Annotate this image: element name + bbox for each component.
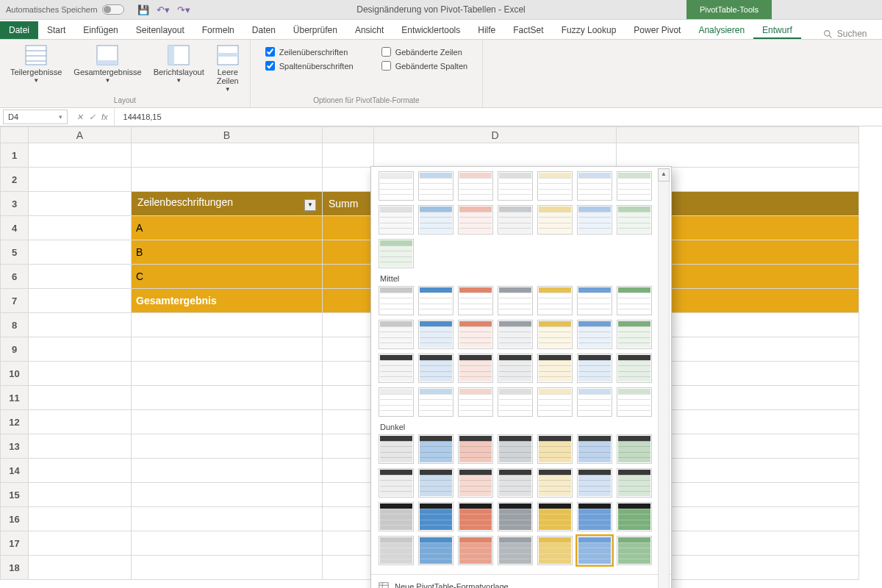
style-swatch[interactable] [617,387,652,417]
new-style-button[interactable]: Neue PivotTable-Formatvorlage... [379,579,664,588]
cell[interactable] [132,483,323,507]
row-header[interactable]: 18 [1,556,29,580]
tab-powerpivot[interactable]: Power Pivot [625,21,689,39]
style-swatch[interactable] [537,387,573,417]
cell[interactable] [29,313,132,337]
cell[interactable] [29,192,132,216]
row-header[interactable]: 2 [1,168,29,192]
style-swatch[interactable] [498,434,533,464]
style-swatch[interactable] [379,239,414,268]
style-swatch[interactable] [379,502,414,531]
style-swatch[interactable] [617,536,652,565]
style-swatch[interactable] [498,354,533,383]
cell[interactable] [132,313,323,337]
style-swatch[interactable] [537,171,573,201]
tab-help[interactable]: Hilfe [469,21,504,39]
style-swatch[interactable] [577,354,612,383]
style-swatch[interactable] [379,171,414,201]
style-swatch[interactable] [458,468,493,498]
col-header-e[interactable] [617,127,859,143]
cell[interactable] [132,143,323,168]
blankrows-button[interactable]: Leere Zeilen▼ [213,43,243,95]
tab-formulas[interactable]: Formeln [193,21,243,39]
style-swatch[interactable] [617,354,652,383]
cell[interactable] [323,216,374,240]
style-swatch[interactable] [498,320,533,349]
style-swatch[interactable] [458,205,493,234]
cell[interactable] [132,434,323,459]
cell[interactable] [132,362,323,386]
style-swatch[interactable] [379,434,414,464]
style-swatch[interactable] [537,468,573,498]
cell[interactable] [29,531,132,556]
row-header[interactable]: 5 [1,240,29,265]
cell[interactable] [132,556,323,580]
style-swatch[interactable] [577,205,612,234]
style-swatch[interactable] [617,205,652,234]
tab-review[interactable]: Überprüfen [284,21,346,39]
filter-dropdown-icon[interactable]: ▼ [304,199,316,211]
tab-analyze[interactable]: Analysieren [689,21,753,39]
name-box[interactable]: D4 [3,110,68,124]
style-swatch[interactable] [418,434,453,464]
cell[interactable] [29,386,132,410]
cell[interactable] [323,168,374,192]
row-header[interactable]: 13 [1,434,29,459]
row-header[interactable]: 4 [1,216,29,240]
row-header[interactable]: 11 [1,386,29,410]
cell[interactable] [323,459,374,483]
style-swatch[interactable] [418,502,453,531]
style-swatch[interactable] [617,502,652,531]
style-swatch[interactable] [617,320,652,349]
undo-icon[interactable]: ↶▾ [157,4,170,15]
style-swatch[interactable] [577,468,612,498]
style-swatch[interactable] [379,468,414,498]
bandedcols-checkbox[interactable]: Gebänderte Spalten [381,61,467,71]
style-swatch[interactable] [418,354,453,383]
colheaders-checkbox[interactable]: Spaltenüberschriften [265,61,354,71]
reportlayout-button[interactable]: Berichtslayout▼ [151,43,207,86]
style-swatch[interactable] [577,536,612,565]
style-swatch[interactable] [537,434,573,464]
style-swatch[interactable] [537,502,573,531]
style-swatch[interactable] [418,536,453,565]
cell[interactable] [29,362,132,386]
cell[interactable] [29,289,132,313]
cell[interactable] [29,143,132,168]
tab-data[interactable]: Daten [243,21,284,39]
style-swatch[interactable] [379,286,414,315]
cell[interactable] [29,216,132,240]
cell[interactable] [323,556,374,580]
cell[interactable] [323,507,374,531]
style-swatch[interactable] [537,354,573,383]
row-header[interactable]: 1 [1,143,29,168]
style-swatch[interactable] [498,171,533,201]
style-swatch[interactable] [498,536,533,565]
row-header[interactable]: 12 [1,410,29,434]
style-swatch[interactable] [379,354,414,383]
row-header[interactable]: 6 [1,265,29,289]
cell[interactable]: B [132,240,323,265]
col-header-a[interactable]: A [29,127,132,143]
row-header[interactable]: 7 [1,289,29,313]
cell[interactable] [29,168,132,192]
style-swatch[interactable] [458,434,493,464]
tab-design[interactable]: Entwurf [753,21,801,39]
style-swatch[interactable] [498,502,533,531]
cell[interactable] [29,483,132,507]
row-header[interactable]: 16 [1,507,29,531]
style-swatch[interactable] [379,320,414,349]
cell[interactable] [132,337,323,362]
style-swatch[interactable] [498,205,533,234]
subtotals-button[interactable]: Teilergebnisse▼ [7,43,65,86]
cell[interactable] [132,168,323,192]
row-header[interactable]: 3 [1,192,29,216]
cell[interactable]: C [132,265,323,289]
style-swatch[interactable] [458,171,493,201]
cell[interactable]: Summ [323,192,374,216]
tab-file[interactable]: Datei [0,21,38,39]
cell[interactable] [132,507,323,531]
cell[interactable] [323,289,374,313]
gallery-scrollbar[interactable]: ▲ ▼ [658,168,670,588]
cell[interactable]: Zeilenbeschriftungen▼ [132,192,323,216]
